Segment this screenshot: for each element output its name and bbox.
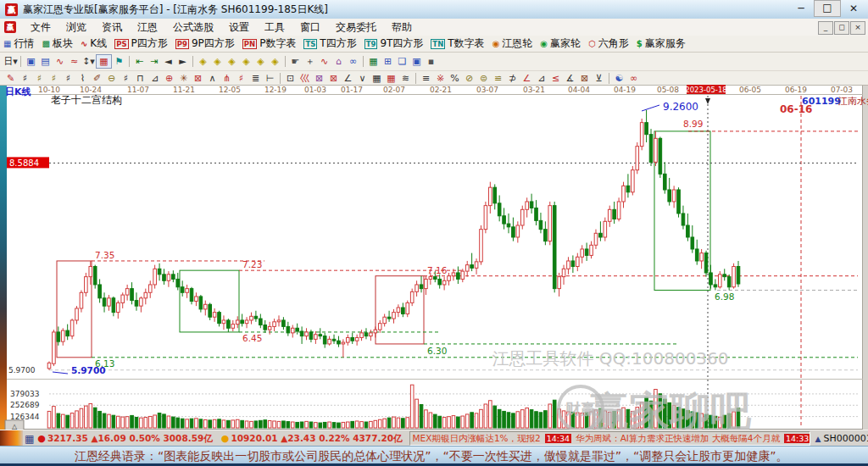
svg-text:07-03: 07-03 xyxy=(831,86,853,94)
svg-text:6.45: 6.45 xyxy=(242,333,262,343)
svg-text:02-07: 02-07 xyxy=(383,86,405,94)
svg-text:5.9700: 5.9700 xyxy=(8,366,36,374)
svg-text:7.23: 7.23 xyxy=(242,259,262,269)
svg-text:日K线: 日K线 xyxy=(5,86,31,97)
news-ticker[interactable]: MEX期银日内涨幅达1%，现报2 14:34 华为周斌：AI算力需求正快速增加 … xyxy=(409,431,810,446)
svg-text:8.5884: 8.5884 xyxy=(9,158,39,168)
quote-grid-icon[interactable]: ▦ xyxy=(25,433,34,445)
svg-text:10-10: 10-10 xyxy=(38,86,60,94)
svg-text:赢家聊吧: 赢家聊吧 xyxy=(587,387,752,435)
svg-text:7.16: 7.16 xyxy=(427,265,448,275)
svg-text:江恩工具软件 QQ:100800360: 江恩工具软件 QQ:100800360 xyxy=(492,348,728,369)
sz-index-icon[interactable]: ● xyxy=(221,433,230,444)
gann-quote-text: 江恩经典语录：“图表能反映出一切股市或公司股民的总体心理状况”，“不要一次性买进… xyxy=(75,449,788,464)
app-window: 赢 赢家江恩专业版[赢家服务平台] - [江南水务 SH601199-185日K… xyxy=(0,0,868,466)
news-time-badge: 14:33 xyxy=(784,434,810,443)
svg-text:财赢: 财赢 xyxy=(565,400,596,418)
svg-text:06-19: 06-19 xyxy=(785,86,807,94)
svg-text:11-21: 11-21 xyxy=(173,86,195,94)
svg-text:7.35: 7.35 xyxy=(95,250,114,260)
svg-text:06-05: 06-05 xyxy=(739,86,761,94)
svg-text:10-24: 10-24 xyxy=(80,86,102,94)
news-item[interactable]: MEX期银日内涨幅达1%，现报2 xyxy=(413,433,541,445)
current-symbol[interactable]: ▲ SH000001,上证指数 xyxy=(815,432,868,445)
svg-text:03-07: 03-07 xyxy=(476,86,498,94)
svg-text:06-16: 06-16 xyxy=(780,103,812,115)
svg-text:5.9700: 5.9700 xyxy=(71,365,106,375)
svg-text:05-08: 05-08 xyxy=(657,86,679,94)
sh-index-icon[interactable]: ● xyxy=(37,433,46,444)
svg-text:252689: 252689 xyxy=(10,401,40,409)
svg-text:12-19: 12-19 xyxy=(264,86,287,94)
svg-text:8.99: 8.99 xyxy=(683,119,703,129)
svg-text:01-17: 01-17 xyxy=(341,86,363,94)
svg-text:04-19: 04-19 xyxy=(614,86,636,94)
svg-text:老子十二宫结构: 老子十二宫结构 xyxy=(51,94,122,106)
svg-text:12-05: 12-05 xyxy=(219,86,241,94)
sh-index-quote[interactable]: 3217.35 ▲16.09 0.50% 3008.59亿 xyxy=(47,433,213,445)
svg-text:6.30: 6.30 xyxy=(427,346,447,356)
symbol-icon: ▲ xyxy=(815,435,821,443)
svg-text:02-21: 02-21 xyxy=(430,86,452,94)
svg-text:03-21: 03-21 xyxy=(523,86,545,94)
candlestick-chart[interactable]: 10-1010-2411-0711-2112-0512-1901-0301-17… xyxy=(0,0,868,466)
svg-text:2023-05-18: 2023-05-18 xyxy=(685,86,726,94)
svg-text:04-04: 04-04 xyxy=(568,86,590,94)
svg-text:379033: 379033 xyxy=(10,390,39,398)
skin-corner xyxy=(0,430,23,447)
status-bar: ▦ ● 3217.35 ▲16.09 0.50% 3008.59亿 ● 1092… xyxy=(0,430,868,447)
svg-text:01-03: 01-03 xyxy=(304,86,326,94)
svg-text:11-07: 11-07 xyxy=(127,86,149,94)
svg-text:9.2600: 9.2600 xyxy=(663,101,698,113)
sz-index-quote[interactable]: 10920.01 ▲23.43 0.22% 4377.20亿 xyxy=(231,433,402,445)
news-item[interactable]: 华为周斌：AI算力需求正快速增加 大概每隔4个月就 xyxy=(576,433,780,445)
svg-text:126344: 126344 xyxy=(10,413,40,421)
svg-text:江南水务: 江南水务 xyxy=(837,96,868,107)
news-time-badge: 14:34 xyxy=(545,434,571,443)
symbol-label: SH000001,上证指数 xyxy=(823,432,868,445)
svg-text:6.98: 6.98 xyxy=(715,291,734,302)
